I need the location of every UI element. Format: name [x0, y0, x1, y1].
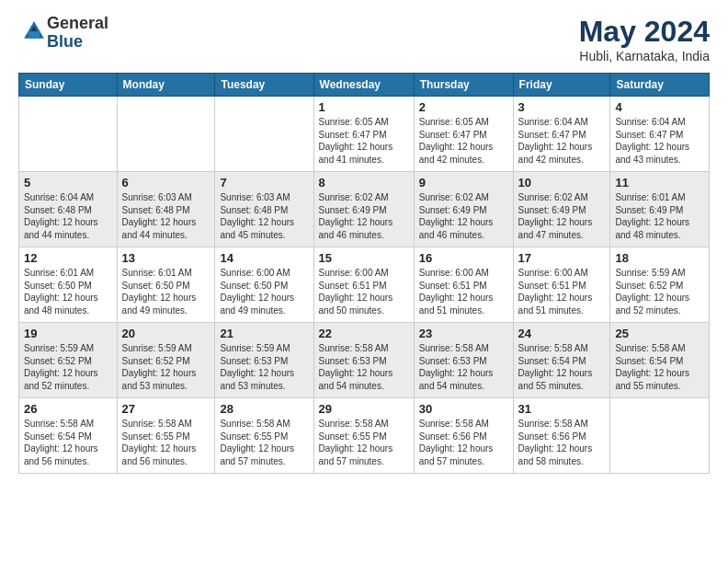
day-number: 31: [518, 402, 606, 416]
day-info: Sunrise: 5:58 AM Sunset: 6:56 PM Dayligh…: [518, 418, 606, 467]
weekday-header-row: SundayMondayTuesdayWednesdayThursdayFrid…: [19, 74, 710, 97]
day-number: 26: [24, 402, 112, 416]
day-info: Sunrise: 6:00 AM Sunset: 6:51 PM Dayligh…: [419, 267, 508, 316]
logo-blue: Blue: [47, 32, 83, 51]
day-info: Sunrise: 5:58 AM Sunset: 6:55 PM Dayligh…: [319, 418, 409, 467]
calendar-cell: 1Sunrise: 6:05 AM Sunset: 6:47 PM Daylig…: [313, 97, 414, 172]
calendar-cell: 15Sunrise: 6:00 AM Sunset: 6:51 PM Dayli…: [313, 247, 414, 323]
day-number: 8: [319, 176, 409, 190]
calendar-cell: [117, 97, 215, 172]
day-number: 2: [419, 100, 508, 114]
day-info: Sunrise: 6:05 AM Sunset: 6:47 PM Dayligh…: [419, 116, 508, 166]
week-row-4: 19Sunrise: 5:59 AM Sunset: 6:52 PM Dayli…: [19, 323, 710, 398]
calendar-cell: 25Sunrise: 5:58 AM Sunset: 6:54 PM Dayli…: [610, 323, 710, 398]
day-number: 10: [518, 176, 606, 190]
calendar-cell: 29Sunrise: 5:58 AM Sunset: 6:55 PM Dayli…: [313, 398, 414, 474]
day-info: Sunrise: 5:59 AM Sunset: 6:52 PM Dayligh…: [24, 342, 112, 392]
calendar-cell: 17Sunrise: 6:00 AM Sunset: 6:51 PM Dayli…: [513, 247, 610, 323]
day-info: Sunrise: 6:02 AM Sunset: 6:49 PM Dayligh…: [518, 191, 606, 241]
day-info: Sunrise: 6:02 AM Sunset: 6:49 PM Dayligh…: [319, 191, 409, 241]
day-number: 12: [24, 251, 112, 265]
day-info: Sunrise: 5:58 AM Sunset: 6:53 PM Dayligh…: [319, 342, 409, 392]
calendar-cell: 7Sunrise: 6:03 AM Sunset: 6:48 PM Daylig…: [215, 172, 313, 247]
weekday-header-friday: Friday: [513, 74, 610, 97]
day-number: 15: [319, 251, 409, 265]
calendar-cell: 4Sunrise: 6:04 AM Sunset: 6:47 PM Daylig…: [610, 97, 710, 172]
calendar-cell: 30Sunrise: 5:58 AM Sunset: 6:56 PM Dayli…: [414, 398, 513, 474]
calendar-cell: 18Sunrise: 5:59 AM Sunset: 6:52 PM Dayli…: [610, 247, 710, 323]
week-row-1: 1Sunrise: 6:05 AM Sunset: 6:47 PM Daylig…: [19, 97, 710, 172]
day-number: 5: [24, 176, 112, 190]
day-info: Sunrise: 6:03 AM Sunset: 6:48 PM Dayligh…: [220, 191, 308, 241]
day-number: 27: [122, 402, 210, 416]
weekday-header-tuesday: Tuesday: [215, 74, 313, 97]
logo-icon: [21, 18, 47, 44]
calendar-cell: 3Sunrise: 6:04 AM Sunset: 6:47 PM Daylig…: [513, 97, 610, 172]
calendar-cell: 28Sunrise: 5:58 AM Sunset: 6:55 PM Dayli…: [215, 398, 313, 474]
location: Hubli, Karnataka, India: [579, 49, 710, 63]
day-info: Sunrise: 6:02 AM Sunset: 6:49 PM Dayligh…: [419, 191, 508, 241]
calendar-cell: 5Sunrise: 6:04 AM Sunset: 6:48 PM Daylig…: [19, 172, 118, 247]
day-number: 14: [220, 251, 308, 265]
title-block: May 2024 Hubli, Karnataka, India: [579, 15, 710, 63]
weekday-header-sunday: Sunday: [19, 74, 118, 97]
day-info: Sunrise: 6:03 AM Sunset: 6:48 PM Dayligh…: [122, 191, 210, 241]
calendar-cell: 2Sunrise: 6:05 AM Sunset: 6:47 PM Daylig…: [414, 97, 513, 172]
day-info: Sunrise: 5:58 AM Sunset: 6:55 PM Dayligh…: [220, 418, 308, 467]
calendar-cell: 11Sunrise: 6:01 AM Sunset: 6:49 PM Dayli…: [610, 172, 710, 247]
day-info: Sunrise: 6:01 AM Sunset: 6:50 PM Dayligh…: [24, 267, 112, 316]
page: General Blue May 2024 Hubli, Karnataka, …: [0, 0, 728, 483]
day-info: Sunrise: 5:58 AM Sunset: 6:55 PM Dayligh…: [122, 418, 210, 467]
calendar-cell: 12Sunrise: 6:01 AM Sunset: 6:50 PM Dayli…: [19, 247, 118, 323]
header: General Blue May 2024 Hubli, Karnataka, …: [18, 15, 710, 63]
day-info: Sunrise: 5:58 AM Sunset: 6:54 PM Dayligh…: [615, 342, 704, 392]
calendar-cell: 23Sunrise: 5:58 AM Sunset: 6:53 PM Dayli…: [414, 323, 513, 398]
calendar-cell: 10Sunrise: 6:02 AM Sunset: 6:49 PM Dayli…: [513, 172, 610, 247]
weekday-header-thursday: Thursday: [414, 74, 513, 97]
day-number: 29: [319, 402, 409, 416]
day-number: 4: [615, 100, 704, 114]
svg-rect-2: [28, 31, 40, 39]
day-number: 7: [220, 176, 308, 190]
calendar-cell: 20Sunrise: 5:59 AM Sunset: 6:52 PM Dayli…: [117, 323, 215, 398]
calendar-cell: 21Sunrise: 5:59 AM Sunset: 6:53 PM Dayli…: [215, 323, 313, 398]
day-info: Sunrise: 6:01 AM Sunset: 6:49 PM Dayligh…: [615, 191, 704, 241]
day-info: Sunrise: 5:58 AM Sunset: 6:54 PM Dayligh…: [518, 342, 606, 392]
calendar-cell: 31Sunrise: 5:58 AM Sunset: 6:56 PM Dayli…: [513, 398, 610, 474]
day-number: 16: [419, 251, 508, 265]
calendar-cell: 24Sunrise: 5:58 AM Sunset: 6:54 PM Dayli…: [513, 323, 610, 398]
weekday-header-wednesday: Wednesday: [313, 74, 414, 97]
calendar-table: SundayMondayTuesdayWednesdayThursdayFrid…: [18, 73, 710, 474]
calendar-cell: 22Sunrise: 5:58 AM Sunset: 6:53 PM Dayli…: [313, 323, 414, 398]
day-number: 20: [122, 327, 210, 340]
weekday-header-monday: Monday: [117, 74, 215, 97]
calendar-cell: [610, 398, 710, 474]
day-info: Sunrise: 5:58 AM Sunset: 6:54 PM Dayligh…: [24, 418, 112, 467]
day-number: 13: [122, 251, 210, 265]
day-number: 28: [220, 402, 308, 416]
calendar-cell: 26Sunrise: 5:58 AM Sunset: 6:54 PM Dayli…: [19, 398, 118, 474]
day-number: 23: [419, 327, 508, 340]
week-row-3: 12Sunrise: 6:01 AM Sunset: 6:50 PM Dayli…: [19, 247, 710, 323]
calendar-cell: 16Sunrise: 6:00 AM Sunset: 6:51 PM Dayli…: [414, 247, 513, 323]
day-number: 24: [518, 327, 606, 340]
weekday-header-saturday: Saturday: [610, 74, 710, 97]
logo-text: General Blue: [47, 15, 108, 52]
logo-general: General: [47, 14, 108, 32]
week-row-2: 5Sunrise: 6:04 AM Sunset: 6:48 PM Daylig…: [19, 172, 710, 247]
day-number: 11: [615, 176, 704, 190]
day-number: 22: [319, 327, 409, 340]
day-number: 30: [419, 402, 508, 416]
day-info: Sunrise: 6:04 AM Sunset: 6:48 PM Dayligh…: [24, 191, 112, 241]
month-title: May 2024: [579, 15, 710, 49]
calendar-cell: 19Sunrise: 5:59 AM Sunset: 6:52 PM Dayli…: [19, 323, 118, 398]
calendar-cell: [215, 97, 313, 172]
calendar-cell: 8Sunrise: 6:02 AM Sunset: 6:49 PM Daylig…: [313, 172, 414, 247]
calendar-cell: 13Sunrise: 6:01 AM Sunset: 6:50 PM Dayli…: [117, 247, 215, 323]
day-number: 17: [518, 251, 606, 265]
day-info: Sunrise: 6:01 AM Sunset: 6:50 PM Dayligh…: [122, 267, 210, 316]
day-number: 6: [122, 176, 210, 190]
day-info: Sunrise: 6:00 AM Sunset: 6:51 PM Dayligh…: [319, 267, 409, 316]
day-number: 1: [319, 100, 409, 114]
calendar-cell: 14Sunrise: 6:00 AM Sunset: 6:50 PM Dayli…: [215, 247, 313, 323]
